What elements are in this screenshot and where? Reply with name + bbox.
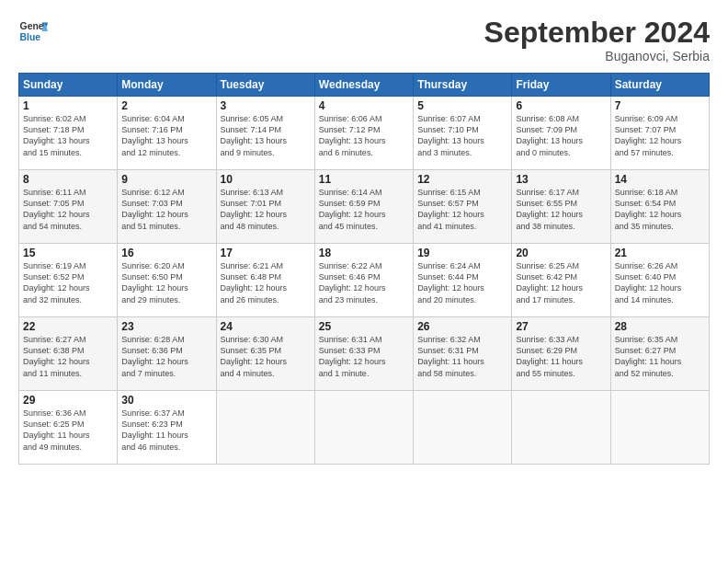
calendar-cell [512,391,610,465]
calendar-cell: 17Sunrise: 6:21 AM Sunset: 6:48 PM Dayli… [216,244,314,317]
day-number: 5 [417,99,507,112]
day-number: 3 [221,99,311,112]
calendar-cell: 7Sunrise: 6:09 AM Sunset: 7:07 PM Daylig… [610,97,709,170]
calendar-cell: 19Sunrise: 6:24 AM Sunset: 6:44 PM Dayli… [414,244,512,317]
day-info: Sunrise: 6:22 AM Sunset: 6:46 PM Dayligh… [319,260,409,305]
day-number: 21 [615,247,705,259]
day-number: 10 [221,173,311,186]
day-number: 19 [417,247,507,259]
calendar-cell: 8Sunrise: 6:11 AM Sunset: 7:05 PM Daylig… [19,170,118,244]
svg-text:Blue: Blue [20,32,41,42]
day-number: 8 [23,173,113,186]
day-info: Sunrise: 6:15 AM Sunset: 6:57 PM Dayligh… [417,187,507,232]
weekday-header-wednesday: Wednesday [314,74,413,97]
day-info: Sunrise: 6:04 AM Sunset: 7:16 PM Dayligh… [121,113,211,158]
day-info: Sunrise: 6:11 AM Sunset: 7:05 PM Dayligh… [23,187,113,232]
day-number: 11 [319,173,409,186]
day-info: Sunrise: 6:37 AM Sunset: 6:23 PM Dayligh… [121,408,211,453]
calendar-cell: 9Sunrise: 6:12 AM Sunset: 7:03 PM Daylig… [118,170,216,244]
day-number: 18 [319,247,409,259]
calendar-cell [414,391,512,465]
calendar-cell: 13Sunrise: 6:17 AM Sunset: 6:55 PM Dayli… [512,170,610,244]
calendar-cell: 27Sunrise: 6:33 AM Sunset: 6:29 PM Dayli… [512,317,610,391]
logo-icon: General Blue [18,17,48,46]
day-info: Sunrise: 6:06 AM Sunset: 7:12 PM Dayligh… [319,113,409,158]
calendar-cell [314,391,413,465]
day-number: 1 [23,99,113,112]
day-number: 9 [121,173,211,186]
calendar-cell: 4Sunrise: 6:06 AM Sunset: 7:12 PM Daylig… [314,97,413,170]
calendar-cell: 14Sunrise: 6:18 AM Sunset: 6:54 PM Dayli… [610,170,709,244]
day-info: Sunrise: 6:07 AM Sunset: 7:10 PM Dayligh… [417,113,507,158]
day-info: Sunrise: 6:02 AM Sunset: 7:18 PM Dayligh… [23,113,113,158]
day-number: 6 [516,99,606,112]
weekday-header-saturday: Saturday [610,74,709,97]
day-number: 4 [319,99,409,112]
day-info: Sunrise: 6:24 AM Sunset: 6:44 PM Dayligh… [417,260,507,305]
calendar-cell: 16Sunrise: 6:20 AM Sunset: 6:50 PM Dayli… [118,244,216,317]
day-info: Sunrise: 6:32 AM Sunset: 6:31 PM Dayligh… [417,334,507,379]
day-info: Sunrise: 6:33 AM Sunset: 6:29 PM Dayligh… [516,334,606,379]
day-number: 12 [417,173,507,186]
calendar-cell [216,391,314,465]
day-number: 28 [615,320,705,333]
calendar-cell: 24Sunrise: 6:30 AM Sunset: 6:35 PM Dayli… [216,317,314,391]
day-number: 24 [221,320,311,333]
day-number: 20 [516,247,606,259]
calendar-cell: 6Sunrise: 6:08 AM Sunset: 7:09 PM Daylig… [512,97,610,170]
weekday-header-tuesday: Tuesday [216,74,314,97]
day-number: 26 [417,320,507,333]
calendar-cell: 28Sunrise: 6:35 AM Sunset: 6:27 PM Dayli… [610,317,709,391]
day-number: 15 [23,247,113,259]
day-info: Sunrise: 6:08 AM Sunset: 7:09 PM Dayligh… [516,113,606,158]
day-number: 22 [23,320,113,333]
title-block: September 2024 Buganovci, Serbia [484,17,710,63]
page-header: General Blue September 2024 Buganovci, S… [18,17,710,63]
day-info: Sunrise: 6:14 AM Sunset: 6:59 PM Dayligh… [319,187,409,232]
calendar-cell: 15Sunrise: 6:19 AM Sunset: 6:52 PM Dayli… [19,244,118,317]
day-info: Sunrise: 6:27 AM Sunset: 6:38 PM Dayligh… [23,334,113,379]
day-info: Sunrise: 6:09 AM Sunset: 7:07 PM Dayligh… [615,113,705,158]
month-title: September 2024 [484,17,710,49]
day-info: Sunrise: 6:28 AM Sunset: 6:36 PM Dayligh… [121,334,211,379]
day-number: 23 [121,320,211,333]
calendar-cell: 29Sunrise: 6:36 AM Sunset: 6:25 PM Dayli… [19,391,118,465]
calendar-cell: 2Sunrise: 6:04 AM Sunset: 7:16 PM Daylig… [118,97,216,170]
day-number: 7 [615,99,705,112]
day-number: 16 [121,247,211,259]
calendar-cell: 1Sunrise: 6:02 AM Sunset: 7:18 PM Daylig… [19,97,118,170]
calendar-cell: 30Sunrise: 6:37 AM Sunset: 6:23 PM Dayli… [118,391,216,465]
weekday-header-sunday: Sunday [19,74,118,97]
day-number: 30 [121,394,211,407]
calendar-cell: 22Sunrise: 6:27 AM Sunset: 6:38 PM Dayli… [19,317,118,391]
calendar-cell: 23Sunrise: 6:28 AM Sunset: 6:36 PM Dayli… [118,317,216,391]
day-info: Sunrise: 6:17 AM Sunset: 6:55 PM Dayligh… [516,187,606,232]
day-info: Sunrise: 6:35 AM Sunset: 6:27 PM Dayligh… [615,334,705,379]
calendar-cell: 26Sunrise: 6:32 AM Sunset: 6:31 PM Dayli… [414,317,512,391]
calendar-cell: 5Sunrise: 6:07 AM Sunset: 7:10 PM Daylig… [414,97,512,170]
calendar-cell: 20Sunrise: 6:25 AM Sunset: 6:42 PM Dayli… [512,244,610,317]
day-info: Sunrise: 6:18 AM Sunset: 6:54 PM Dayligh… [615,187,705,232]
location-subtitle: Buganovci, Serbia [484,49,710,63]
day-number: 25 [319,320,409,333]
calendar-cell: 21Sunrise: 6:26 AM Sunset: 6:40 PM Dayli… [610,244,709,317]
calendar-table: SundayMondayTuesdayWednesdayThursdayFrid… [18,73,710,465]
weekday-header-friday: Friday [512,74,610,97]
calendar-cell: 12Sunrise: 6:15 AM Sunset: 6:57 PM Dayli… [414,170,512,244]
day-info: Sunrise: 6:05 AM Sunset: 7:14 PM Dayligh… [221,113,311,158]
day-info: Sunrise: 6:31 AM Sunset: 6:33 PM Dayligh… [319,334,409,379]
weekday-header-monday: Monday [118,74,216,97]
day-info: Sunrise: 6:25 AM Sunset: 6:42 PM Dayligh… [516,260,606,305]
day-info: Sunrise: 6:13 AM Sunset: 7:01 PM Dayligh… [221,187,311,232]
calendar-cell: 10Sunrise: 6:13 AM Sunset: 7:01 PM Dayli… [216,170,314,244]
day-number: 29 [23,394,113,407]
calendar-cell: 25Sunrise: 6:31 AM Sunset: 6:33 PM Dayli… [314,317,413,391]
day-info: Sunrise: 6:30 AM Sunset: 6:35 PM Dayligh… [221,334,311,379]
day-info: Sunrise: 6:20 AM Sunset: 6:50 PM Dayligh… [121,260,211,305]
weekday-header-thursday: Thursday [414,74,512,97]
calendar-header-row: SundayMondayTuesdayWednesdayThursdayFrid… [19,74,710,97]
day-info: Sunrise: 6:12 AM Sunset: 7:03 PM Dayligh… [121,187,211,232]
logo: General Blue [18,17,48,46]
calendar-cell: 3Sunrise: 6:05 AM Sunset: 7:14 PM Daylig… [216,97,314,170]
day-info: Sunrise: 6:26 AM Sunset: 6:40 PM Dayligh… [615,260,705,305]
